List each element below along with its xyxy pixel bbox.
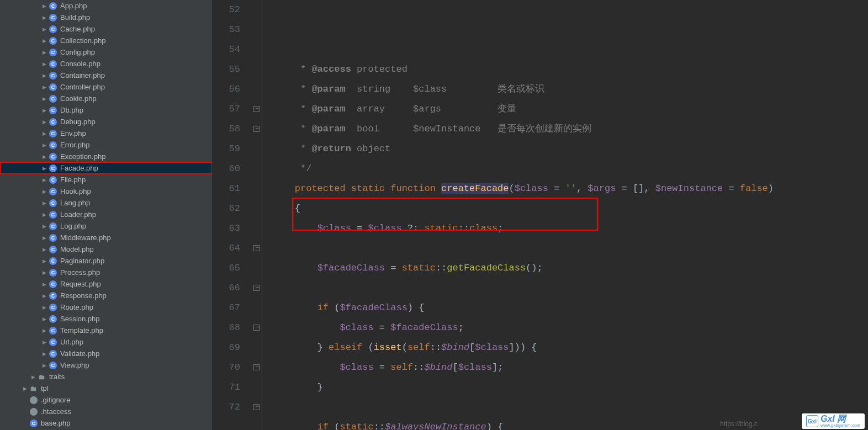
code-line-56[interactable]: * @return object <box>272 139 868 159</box>
chevron-right-icon[interactable]: ▶ <box>41 339 47 345</box>
chevron-right-icon[interactable]: ▶ <box>41 328 47 333</box>
chevron-right-icon[interactable]: ▶ <box>41 235 47 241</box>
fold-marker-icon[interactable] <box>253 126 260 132</box>
code-line-59[interactable]: { <box>272 199 868 219</box>
chevron-right-icon[interactable]: ▶ <box>41 84 47 90</box>
tree-item-validate-php[interactable]: ▶CValidate.php <box>0 348 212 359</box>
chevron-right-icon[interactable]: ▶ <box>41 270 47 275</box>
chevron-right-icon[interactable]: ▶ <box>41 247 47 252</box>
tree-item-app-php[interactable]: ▶CApp.php <box>0 0 212 12</box>
tree-item-response-php[interactable]: ▶CResponse.php <box>0 290 212 301</box>
code-line-63[interactable] <box>272 278 868 298</box>
tree-item-exception-php[interactable]: ▶CException.php <box>0 151 212 162</box>
tree-item-log-php[interactable]: ▶CLog.php <box>0 220 212 232</box>
chevron-right-icon[interactable]: ▶ <box>41 3 47 9</box>
code-line-58[interactable]: protected static function createFacade($… <box>272 179 868 199</box>
code-line-65[interactable]: $class = $facadeClass; <box>272 318 868 338</box>
tree-item-base-php[interactable]: Cbase.php <box>0 417 212 429</box>
chevron-right-icon[interactable]: ▶ <box>41 131 47 136</box>
tree-item-middleware-php[interactable]: ▶CMiddleware.php <box>0 232 212 243</box>
tree-item-debug-php[interactable]: ▶CDebug.php <box>0 116 212 128</box>
tree-item-route-php[interactable]: ▶CRoute.php <box>0 301 212 313</box>
chevron-right-icon[interactable]: ▶ <box>41 142 47 148</box>
code-line-69[interactable] <box>272 397 868 417</box>
fold-marker-icon[interactable] <box>253 106 260 112</box>
chevron-right-icon[interactable]: ▶ <box>41 96 47 102</box>
chevron-right-icon[interactable]: ▶ <box>41 189 47 194</box>
code-line-70[interactable]: if (static::$alwaysNewInstance) { <box>272 417 868 430</box>
chevron-right-icon[interactable]: ▶ <box>41 224 47 229</box>
tree-item-session-php[interactable]: ▶CSession.php <box>0 313 212 325</box>
tree-item-container-php[interactable]: ▶CContainer.php <box>0 70 212 81</box>
code-line-68[interactable]: } <box>272 378 868 397</box>
chevron-right-icon[interactable]: ▶ <box>41 38 47 44</box>
chevron-right-icon[interactable]: ▶ <box>41 282 47 287</box>
chevron-right-icon[interactable]: ▶ <box>41 166 47 171</box>
tree-item-console-php[interactable]: ▶CConsole.php <box>0 58 212 70</box>
tree-item-loader-php[interactable]: ▶CLoader.php <box>0 209 212 220</box>
fold-marker-icon[interactable] <box>253 325 260 331</box>
tree-item-lang-php[interactable]: ▶CLang.php <box>0 197 212 209</box>
code-line-62[interactable]: $facadeClass = static::getFacadeClass(); <box>272 258 868 278</box>
fold-marker-icon[interactable] <box>253 245 260 251</box>
file-tree-sidebar[interactable]: ▶CApp.php▶CBuild.php▶CCache.php▶CCollect… <box>0 0 213 430</box>
chevron-right-icon[interactable]: ▶ <box>41 15 47 20</box>
tree-item-hook-php[interactable]: ▶CHook.php <box>0 185 212 197</box>
chevron-right-icon[interactable]: ▶ <box>41 351 47 357</box>
chevron-right-icon[interactable]: ▶ <box>41 293 47 299</box>
chevron-right-icon[interactable]: ▶ <box>22 386 28 391</box>
tree-item-view-php[interactable]: ▶CView.php <box>0 359 212 371</box>
tree-item--htaccess[interactable]: .htaccess <box>0 406 212 417</box>
tree-item-process-php[interactable]: ▶CProcess.php <box>0 267 212 278</box>
code-line-53[interactable]: * @param string $class 类名或标识 <box>272 79 868 99</box>
chevron-right-icon[interactable]: ▶ <box>41 200 47 206</box>
chevron-right-icon[interactable]: ▶ <box>41 177 47 183</box>
chevron-right-icon[interactable]: ▶ <box>41 26 47 32</box>
code-area[interactable]: * @access protected * @param string $cla… <box>262 0 868 430</box>
code-line-67[interactable]: $class = self::$bind[$class]; <box>272 358 868 378</box>
code-line-66[interactable]: } elseif (isset(self::$bind[$class])) { <box>272 338 868 358</box>
tree-item-request-php[interactable]: ▶CRequest.php <box>0 278 212 290</box>
fold-column[interactable] <box>251 0 262 430</box>
chevron-right-icon[interactable]: ▶ <box>41 154 47 160</box>
tree-item-env-php[interactable]: ▶CEnv.php <box>0 128 212 139</box>
tree-item-build-php[interactable]: ▶CBuild.php <box>0 12 212 23</box>
chevron-right-icon[interactable]: ▶ <box>41 108 47 113</box>
tree-item-file-php[interactable]: ▶CFile.php <box>0 174 212 185</box>
tree-item-tpl[interactable]: ▶🖿tpl <box>0 383 212 394</box>
chevron-right-icon[interactable]: ▶ <box>41 258 47 264</box>
code-line-52[interactable]: * @access protected <box>272 60 868 79</box>
code-line-60[interactable]: $class = $class ?: static::class; <box>272 219 868 238</box>
fold-marker-icon[interactable] <box>253 364 260 370</box>
tree-item-traits[interactable]: ▶🖿traits <box>0 371 212 383</box>
tree-item-facade-php[interactable]: ▶CFacade.php <box>0 162 212 174</box>
fold-marker-icon[interactable] <box>253 285 260 291</box>
chevron-right-icon[interactable]: ▶ <box>41 316 47 322</box>
tree-item-url-php[interactable]: ▶CUrl.php <box>0 336 212 348</box>
code-line-54[interactable]: * @param array $args 变量 <box>272 99 868 119</box>
chevron-right-icon[interactable]: ▶ <box>41 363 47 368</box>
code-line-64[interactable]: if ($facadeClass) { <box>272 298 868 318</box>
chevron-right-icon[interactable]: ▶ <box>41 119 47 125</box>
tree-item-collection-php[interactable]: ▶CCollection.php <box>0 35 212 46</box>
code-line-61[interactable] <box>272 238 868 258</box>
chevron-right-icon[interactable]: ▶ <box>41 50 47 55</box>
chevron-right-icon[interactable]: ▶ <box>41 61 47 67</box>
chevron-right-icon[interactable]: ▶ <box>41 73 47 78</box>
tree-item-cookie-php[interactable]: ▶CCookie.php <box>0 93 212 104</box>
tree-item--gitignore[interactable]: .gitignore <box>0 394 212 406</box>
tree-item-error-php[interactable]: ▶CError.php <box>0 139 212 151</box>
tree-item-template-php[interactable]: ▶CTemplate.php <box>0 325 212 336</box>
code-line-55[interactable]: * @param bool $newInstance 是否每次创建新的实例 <box>272 119 868 139</box>
code-line-57[interactable]: */ <box>272 159 868 179</box>
chevron-right-icon[interactable]: ▶ <box>41 212 47 217</box>
tree-item-controller-php[interactable]: ▶CController.php <box>0 81 212 93</box>
code-editor[interactable]: 5253545556575859606162636465666768697071… <box>213 0 868 430</box>
tree-item-model-php[interactable]: ▶CModel.php <box>0 243 212 255</box>
tree-item-db-php[interactable]: ▶CDb.php <box>0 104 212 116</box>
chevron-right-icon[interactable]: ▶ <box>41 305 47 310</box>
tree-item-config-php[interactable]: ▶CConfig.php <box>0 46 212 58</box>
tree-item-cache-php[interactable]: ▶CCache.php <box>0 23 212 35</box>
fold-marker-icon[interactable] <box>253 404 260 410</box>
tree-item-paginator-php[interactable]: ▶CPaginator.php <box>0 255 212 267</box>
